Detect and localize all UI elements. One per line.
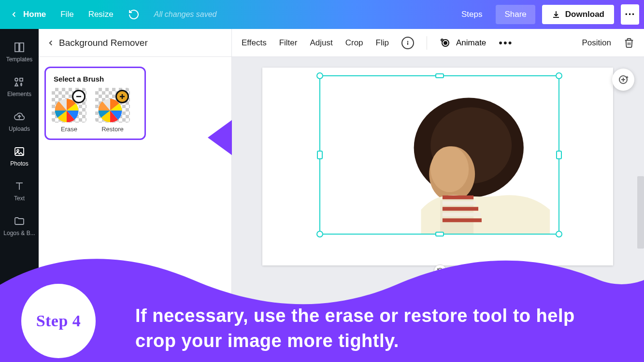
home-label: Home — [23, 10, 46, 19]
resize-handle-sw[interactable] — [316, 231, 323, 237]
brush-heading: Select a Brush — [52, 74, 139, 88]
resize-handle-n[interactable] — [435, 73, 444, 78]
add-page-button[interactable] — [612, 69, 634, 91]
rotate-handle[interactable] — [434, 265, 446, 277]
resize-handle-nw[interactable] — [316, 72, 323, 79]
animate-label: Animate — [456, 38, 486, 48]
resize-handle-w[interactable] — [317, 151, 323, 159]
svg-point-15 — [407, 41, 409, 42]
save-status: All changes saved — [154, 10, 217, 19]
sidebar-item-photos[interactable]: Photos — [0, 139, 39, 174]
svg-point-6 — [17, 150, 19, 152]
svg-rect-4 — [20, 78, 23, 81]
download-label: Download — [565, 10, 604, 19]
left-panel: Background Remover Select a Brush Erase — [39, 29, 232, 362]
svg-point-23 — [430, 146, 469, 192]
chevron-left-icon — [10, 10, 18, 19]
sidebar-item-uploads[interactable]: Uploads — [0, 104, 39, 139]
svg-rect-27 — [443, 213, 481, 217]
subject-image — [320, 76, 558, 234]
resize-handle-se[interactable] — [556, 231, 562, 237]
sidebar-item-label: Templates — [6, 56, 33, 63]
svg-rect-26 — [443, 207, 478, 211]
chevron-left-icon[interactable] — [46, 39, 55, 47]
svg-rect-25 — [443, 201, 476, 205]
divider — [427, 36, 427, 50]
svg-rect-1 — [15, 43, 19, 52]
canvas-area: Effects Filter Adjust Crop Flip Animate … — [232, 29, 644, 362]
animate-icon — [440, 37, 451, 49]
brush-erase-option[interactable]: Erase — [52, 88, 86, 133]
sidebar-item-label: Logos & B... — [3, 230, 35, 237]
effects-button[interactable]: Effects — [242, 38, 267, 48]
undo-icon[interactable] — [128, 9, 140, 20]
image-selection[interactable] — [319, 75, 559, 235]
plus-icon — [115, 90, 129, 103]
resize-handle-e[interactable] — [556, 151, 562, 159]
uploads-icon — [14, 111, 25, 123]
brush-restore-option[interactable]: Restore — [95, 88, 130, 133]
flip-button[interactable]: Flip — [376, 38, 389, 48]
brush-erase-tile — [52, 88, 86, 123]
filter-button[interactable]: Filter — [279, 38, 298, 48]
sidebar-item-elements[interactable]: Elements — [0, 70, 39, 104]
crop-button[interactable]: Crop — [345, 38, 363, 48]
brush-restore-tile — [95, 88, 130, 123]
scrollbar[interactable] — [637, 176, 644, 249]
brush-erase-label: Erase — [61, 125, 77, 133]
panel-title: Background Remover — [59, 38, 148, 48]
sidebar-item-label: Photos — [10, 160, 28, 167]
download-icon — [552, 10, 560, 19]
rotate-icon — [437, 267, 444, 274]
sidebar-item-label: Elements — [7, 91, 31, 97]
resize-menu[interactable]: Resize — [88, 10, 114, 19]
svg-point-19 — [441, 39, 443, 41]
more-menu-button[interactable]: ··· — [621, 4, 639, 25]
svg-rect-24 — [443, 195, 473, 199]
adjust-button[interactable]: Adjust — [310, 38, 332, 48]
brush-selector-box: Select a Brush Erase Restore — [44, 67, 146, 140]
brush-restore-label: Restore — [101, 125, 124, 133]
context-toolbar: Effects Filter Adjust Crop Flip Animate … — [232, 29, 644, 57]
plus-sparkle-icon — [617, 74, 629, 85]
svg-rect-2 — [20, 43, 24, 52]
svg-rect-16 — [407, 42, 408, 45]
folder-icon — [14, 215, 25, 227]
animate-button[interactable]: Animate — [440, 37, 486, 49]
resize-handle-ne[interactable] — [556, 72, 562, 79]
share-button[interactable]: Share — [496, 5, 535, 24]
resize-handle-s[interactable] — [435, 232, 444, 237]
top-bar-left: Home File Resize All changes saved — [10, 9, 216, 20]
home-button[interactable]: Home — [10, 10, 46, 19]
main-row: Templates Elements Uploads Photos Text L… — [0, 29, 644, 362]
panel-header: Background Remover — [39, 29, 231, 57]
toolbar-group-right: Position — [582, 38, 634, 48]
top-bar: Home File Resize All changes saved Steps… — [0, 0, 644, 29]
sidebar-item-text[interactable]: Text — [0, 174, 39, 209]
download-button[interactable]: Download — [542, 5, 614, 24]
file-menu[interactable]: File — [60, 10, 73, 19]
svg-point-18 — [444, 42, 447, 44]
sidebar-item-templates[interactable]: Templates — [0, 35, 39, 70]
text-icon — [14, 181, 25, 192]
templates-icon — [14, 42, 25, 53]
svg-rect-28 — [443, 218, 482, 222]
svg-point-3 — [15, 78, 18, 81]
trash-icon[interactable] — [624, 38, 634, 48]
photos-icon — [14, 146, 25, 157]
elements-icon — [14, 76, 25, 88]
brush-options: Erase Restore — [52, 88, 139, 133]
toolbar-group-left: Effects Filter Adjust Crop Flip Animate … — [242, 36, 513, 50]
top-bar-right: Steps Share Download ··· — [455, 4, 639, 25]
steps-button[interactable]: Steps — [455, 6, 489, 23]
position-button[interactable]: Position — [582, 38, 611, 48]
minus-icon — [72, 90, 86, 103]
sidebar-item-label: Uploads — [9, 125, 30, 132]
info-icon[interactable] — [401, 37, 414, 49]
more-options-button[interactable]: ••• — [499, 37, 513, 49]
sidebar-item-logos[interactable]: Logos & B... — [0, 209, 39, 243]
sidebar: Templates Elements Uploads Photos Text L… — [0, 29, 39, 362]
sidebar-item-label: Text — [14, 195, 25, 202]
artboard[interactable] — [262, 68, 613, 265]
